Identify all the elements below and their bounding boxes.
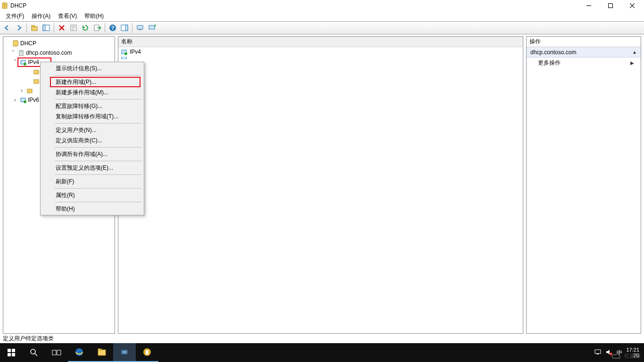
tree-label: dhcp.contoso.com <box>26 49 72 56</box>
start-button[interactable] <box>0 343 23 362</box>
taskbar-app-ie[interactable] <box>68 343 91 362</box>
ctx-configure-failover[interactable]: 配置故障转移(G)... <box>41 101 143 111</box>
ctx-replicate-failover-scopes[interactable]: 复制故障转移作用域(T)... <box>41 111 143 122</box>
menu-action[interactable]: 操作(A) <box>28 11 54 21</box>
tree-label: IPv6 <box>28 97 39 103</box>
clock-time: 17:21 <box>626 347 639 353</box>
list-label: IPv4 <box>130 49 141 55</box>
minimize-button[interactable] <box>578 0 600 11</box>
title-bar: DHCP <box>0 0 644 11</box>
manage-authorized-servers-button[interactable] <box>135 23 145 33</box>
maximize-button[interactable] <box>600 0 621 11</box>
svg-rect-35 <box>57 350 61 355</box>
expand-icon[interactable]: › <box>18 87 25 94</box>
actions-group-header[interactable]: dhcp.contoso.com ▲ <box>527 47 641 58</box>
ctx-refresh[interactable]: 刷新(F) <box>41 176 143 187</box>
expand-icon[interactable]: ˅ <box>12 59 18 66</box>
dhcp-root-icon <box>12 40 19 47</box>
system-tray[interactable]: 中 17:21 20 <box>589 347 644 358</box>
ipv4-icon <box>120 48 128 56</box>
taskbar: 中 17:21 20 <box>0 343 644 362</box>
volume-icon[interactable] <box>605 349 613 356</box>
svg-point-27 <box>124 52 127 55</box>
taskbar-app-dhcp[interactable] <box>136 343 158 362</box>
delete-button[interactable] <box>57 23 67 33</box>
ctx-reconcile-all-scopes[interactable]: 协调所有作用域(A)... <box>41 149 143 159</box>
tree-label: IPv4 <box>28 59 39 66</box>
app-icon <box>1 2 8 9</box>
ipv6-icon <box>19 96 27 104</box>
properties-button[interactable] <box>68 23 79 33</box>
taskbar-app-explorer[interactable] <box>91 343 113 362</box>
menu-view[interactable]: 查看(V) <box>54 11 81 21</box>
svg-rect-42 <box>146 350 149 354</box>
ctx-define-vendor-classes[interactable]: 定义供应商类(C)... <box>41 135 143 146</box>
svg-rect-37 <box>98 350 106 355</box>
svg-rect-38 <box>98 349 101 350</box>
task-view-button[interactable] <box>45 343 68 362</box>
show-hide-console-tree-button[interactable] <box>41 23 51 33</box>
toolbar: ? + <box>0 21 644 34</box>
svg-rect-44 <box>597 354 599 354</box>
ctx-show-statistics[interactable]: 显示统计信息(S)... <box>41 63 143 74</box>
column-label: 名称 <box>121 38 132 46</box>
svg-point-20 <box>24 63 26 66</box>
ctx-set-predefined-options[interactable]: 设置预定义的选项(E)... <box>41 163 143 173</box>
tree-label: DHCP <box>20 40 36 47</box>
clock[interactable]: 17:21 20 <box>626 347 639 358</box>
add-server-button[interactable]: + <box>147 23 157 33</box>
context-menu: 显示统计信息(S)... 新建作用域(P)... 新建多播作用域(M)... 配… <box>40 62 144 215</box>
actions-item-label: 更多操作 <box>538 59 561 67</box>
tree-node-dhcp[interactable]: DHCP <box>4 39 114 48</box>
svg-rect-13 <box>139 29 141 30</box>
ctx-help[interactable]: 帮助(H) <box>41 204 143 214</box>
result-pane: 名称 IPv4 <box>118 36 523 334</box>
svg-point-33 <box>31 349 35 354</box>
svg-text:?: ? <box>111 25 115 31</box>
ctx-new-scope[interactable]: 新建作用域(P)... <box>41 77 143 87</box>
ctx-new-multicast-scope[interactable]: 新建多播作用域(M)... <box>41 87 143 98</box>
clock-date: 20 <box>626 353 639 358</box>
ctx-properties[interactable]: 属性(R) <box>41 190 143 200</box>
back-button[interactable] <box>2 23 12 33</box>
list-item-ipv4[interactable]: IPv4 <box>118 47 523 57</box>
folder-policy-icon <box>33 77 40 85</box>
close-button[interactable] <box>621 0 643 11</box>
up-level-button[interactable] <box>29 23 40 33</box>
forward-button[interactable] <box>14 23 24 33</box>
ipv4-icon <box>19 58 27 66</box>
menu-help[interactable]: 帮助(H) <box>81 11 107 21</box>
list-item-ipv6-partial[interactable] <box>118 57 523 59</box>
ctx-separator <box>55 174 142 175</box>
svg-point-25 <box>24 100 26 103</box>
svg-rect-3 <box>32 25 34 27</box>
ipv6-icon <box>120 57 128 59</box>
window-title: DHCP <box>10 2 26 9</box>
taskbar-app-server-manager[interactable] <box>113 343 136 362</box>
actions-more-operations[interactable]: 更多操作 ▶ <box>527 58 641 68</box>
network-icon[interactable] <box>594 349 602 356</box>
ctx-separator <box>55 188 142 189</box>
export-list-button[interactable] <box>92 23 102 33</box>
svg-rect-17 <box>19 50 23 56</box>
submenu-icon: ▶ <box>630 60 634 66</box>
expand-icon[interactable]: › <box>12 97 18 103</box>
column-header-name[interactable]: 名称 <box>118 37 523 47</box>
ime-indicator[interactable]: 中 <box>617 349 622 357</box>
ctx-define-user-classes[interactable]: 定义用户类(N)... <box>41 125 143 135</box>
svg-rect-12 <box>137 25 143 29</box>
tree-node-server[interactable]: ˅ dhcp.contoso.com <box>4 48 114 58</box>
help-button[interactable]: ? <box>107 23 118 33</box>
svg-rect-5 <box>43 25 45 31</box>
expand-icon[interactable]: ˅ <box>10 49 17 56</box>
show-hide-action-pane-button[interactable] <box>119 23 130 33</box>
search-button[interactable] <box>23 343 45 362</box>
svg-rect-31 <box>8 353 11 356</box>
ctx-separator <box>55 202 142 202</box>
menu-file[interactable]: 文件(F) <box>2 11 28 21</box>
svg-rect-18 <box>20 51 22 52</box>
folder-options-icon <box>33 68 40 75</box>
refresh-button[interactable] <box>80 23 91 33</box>
svg-text:+: + <box>154 24 156 28</box>
svg-rect-32 <box>12 353 15 356</box>
